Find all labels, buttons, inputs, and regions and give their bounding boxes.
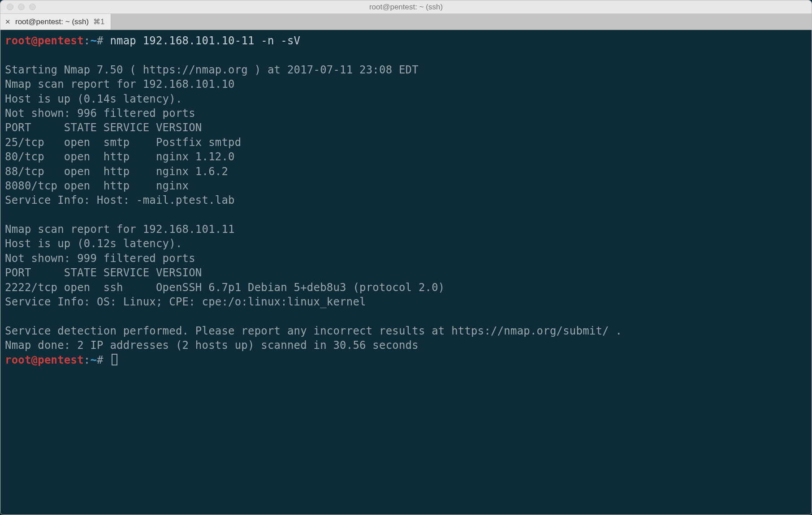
output-line: Service detection performed. Please repo… <box>5 324 807 338</box>
tab-label: root@pentest: ~ (ssh) <box>15 17 89 26</box>
output-line: Not shown: 999 filtered ports <box>5 251 807 266</box>
prompt-path: ~ <box>90 354 97 366</box>
output-line <box>5 309 807 323</box>
prompt-colon: : <box>84 354 91 366</box>
output-line: Nmap scan report for 192.168.101.10 <box>5 77 807 91</box>
tab-bar: ✕ root@pentest: ~ (ssh) ⌘1 <box>0 14 812 30</box>
terminal-viewport[interactable]: root@pentest:~# nmap 192.168.101.10-11 -… <box>0 30 812 515</box>
output-line: 88/tcp open http nginx 1.6.2 <box>5 164 807 179</box>
output-line: PORT STATE SERVICE VERSION <box>5 266 807 280</box>
output-line: Host is up (0.14s latency). <box>5 92 807 106</box>
minimize-window-button[interactable] <box>18 4 25 10</box>
cursor-icon <box>112 354 117 365</box>
prompt-line-1: root@pentest:~# nmap 192.168.101.10-11 -… <box>5 34 807 48</box>
close-tab-icon[interactable]: ✕ <box>5 18 11 25</box>
output-line: 8080/tcp open http nginx <box>5 179 807 193</box>
prompt-user-host: root@pentest <box>5 354 84 366</box>
output-line: Starting Nmap 7.50 ( https://nmap.org ) … <box>5 63 807 77</box>
close-window-button[interactable] <box>7 4 13 10</box>
tab-shortcut: ⌘1 <box>93 17 104 26</box>
output-line: PORT STATE SERVICE VERSION <box>5 120 807 135</box>
output-line: Service Info: OS: Linux; CPE: cpe:/o:lin… <box>5 295 807 309</box>
window-titlebar[interactable]: root@pentest: ~ (ssh) <box>0 0 812 14</box>
prompt-line-2: root@pentest:~# <box>5 353 807 367</box>
output-line: 25/tcp open smtp Postfix smtpd <box>5 135 807 150</box>
zoom-window-button[interactable] <box>29 4 36 10</box>
window-title: root@pentest: ~ (ssh) <box>0 3 812 12</box>
prompt-colon: : <box>84 34 91 47</box>
command-text: nmap 192.168.101.10-11 -n -sV <box>110 34 300 47</box>
output-line: Nmap scan report for 192.168.101.11 <box>5 222 807 236</box>
tab-ssh-session[interactable]: ✕ root@pentest: ~ (ssh) ⌘1 <box>0 14 111 30</box>
output-line <box>5 48 807 62</box>
output-line: Service Info: Host: -mail.ptest.lab <box>5 193 807 207</box>
terminal-window: root@pentest: ~ (ssh) ✕ root@pentest: ~ … <box>0 0 812 515</box>
output-line <box>5 208 807 222</box>
output-line: Host is up (0.12s latency). <box>5 236 807 251</box>
prompt-user-host: root@pentest <box>5 34 84 47</box>
output-line: Nmap done: 2 IP addresses (2 hosts up) s… <box>5 338 807 352</box>
traffic-lights <box>0 4 36 10</box>
output-line: 2222/tcp open ssh OpenSSH 6.7p1 Debian 5… <box>5 280 807 295</box>
prompt-hash: # <box>97 34 104 47</box>
prompt-hash: # <box>97 354 104 366</box>
output-line: 80/tcp open http nginx 1.12.0 <box>5 150 807 164</box>
prompt-path: ~ <box>90 34 97 47</box>
output-line: Not shown: 996 filtered ports <box>5 106 807 120</box>
